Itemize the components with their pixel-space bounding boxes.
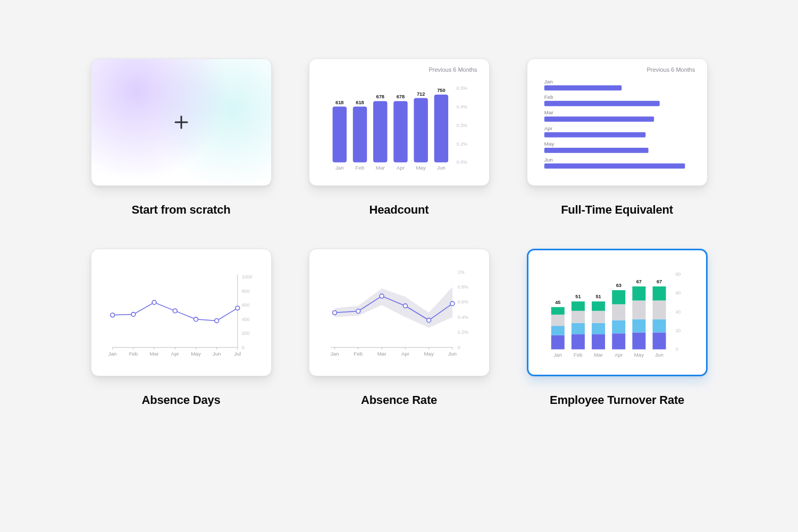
svg-text:80: 80 [675, 272, 681, 277]
tile-turnover: 020406080 45Jan51Feb51Mar63Apr67May67Jun… [527, 249, 708, 407]
svg-point-61 [194, 317, 198, 322]
card-employee-turnover[interactable]: 020406080 45Jan51Feb51Mar63Apr67May67Jun [527, 249, 708, 376]
svg-text:67: 67 [656, 279, 661, 284]
svg-point-63 [235, 306, 239, 310]
svg-point-59 [152, 300, 156, 305]
svg-rect-121 [632, 286, 645, 301]
svg-text:0: 0 [675, 347, 678, 352]
tile-absence-days: 02004006008001000 JanFebMarAprMayJunJul … [91, 249, 272, 407]
svg-text:60: 60 [675, 290, 681, 295]
svg-point-88 [450, 301, 455, 306]
card-absence-days[interactable]: 02004006008001000 JanFebMarAprMayJunJul [91, 249, 272, 376]
svg-text:Mar: Mar [544, 109, 553, 115]
svg-text:Mar: Mar [594, 352, 603, 358]
tile-title: Start from scratch [132, 203, 231, 217]
svg-point-60 [173, 309, 177, 313]
fte-chart: JanFebMarAprMayJun [539, 69, 695, 178]
svg-text:May: May [424, 351, 434, 357]
svg-text:May: May [191, 351, 201, 357]
svg-rect-125 [652, 319, 666, 333]
tile-title: Headcount [369, 203, 429, 217]
card-fte[interactable]: Previous 6 Months JanFebMarAprMayJun [527, 58, 708, 186]
svg-text:Feb: Feb [354, 351, 363, 357]
card-start-from-scratch[interactable] [91, 58, 272, 186]
svg-text:712: 712 [416, 91, 425, 97]
svg-text:May: May [416, 165, 426, 171]
tile-fte: Previous 6 Months JanFebMarAprMayJun Ful… [527, 58, 708, 217]
svg-text:Jan: Jan [330, 351, 339, 357]
svg-text:Apr: Apr [615, 352, 623, 358]
svg-point-84 [356, 309, 360, 314]
svg-rect-6 [373, 101, 387, 162]
svg-text:0.2%: 0.2% [456, 141, 467, 147]
svg-rect-114 [612, 304, 625, 320]
plus-icon [173, 114, 189, 130]
svg-text:0.2%: 0.2% [457, 330, 468, 335]
svg-rect-30 [544, 132, 645, 138]
card-headcount[interactable]: Previous 6 Months 618Jan618Feb678Mar678A… [309, 58, 490, 186]
svg-point-58 [131, 313, 135, 317]
svg-text:51: 51 [595, 294, 601, 299]
turnover-chart: 020406080 45Jan51Feb51Mar63Apr67May67Jun [540, 260, 694, 367]
svg-text:Jun: Jun [655, 352, 663, 358]
svg-text:Jul: Jul [234, 351, 241, 357]
svg-point-62 [214, 319, 219, 323]
svg-rect-94 [551, 335, 564, 350]
tile-scratch: Start from scratch [91, 58, 272, 217]
svg-rect-102 [571, 311, 584, 323]
tile-title: Absence Rate [361, 393, 437, 407]
svg-text:678: 678 [396, 94, 405, 99]
svg-text:1%: 1% [457, 269, 464, 275]
svg-rect-15 [434, 95, 448, 162]
card-subtitle: Previous 6 Months [429, 66, 477, 73]
svg-text:Feb: Feb [355, 165, 364, 171]
absence-rate-chart: 00.2%0.4%0.6%0.8%1% JanFebMarAprMayJun [321, 259, 477, 368]
svg-rect-32 [544, 148, 648, 153]
svg-text:400: 400 [241, 317, 249, 322]
svg-rect-28 [544, 116, 653, 122]
svg-text:Mar: Mar [149, 351, 159, 357]
svg-text:200: 200 [241, 331, 249, 336]
svg-text:Apr: Apr [401, 351, 409, 357]
svg-text:Jun: Jun [212, 351, 221, 357]
svg-rect-109 [592, 301, 605, 311]
svg-rect-96 [551, 315, 564, 326]
svg-point-83 [332, 310, 337, 315]
absence-days-chart: 02004006008001000 JanFebMarAprMayJunJul [103, 259, 259, 368]
svg-text:May: May [634, 352, 643, 358]
svg-text:750: 750 [437, 88, 446, 93]
tile-headcount: Previous 6 Months 618Jan618Feb678Mar678A… [309, 58, 490, 217]
svg-rect-0 [332, 107, 346, 163]
svg-text:Feb: Feb [574, 352, 583, 358]
template-gallery: Start from scratch Previous 6 Months 618… [0, 0, 798, 532]
svg-text:Feb: Feb [129, 351, 138, 357]
svg-rect-118 [632, 333, 645, 350]
svg-text:Jun: Jun [544, 157, 552, 163]
svg-rect-95 [551, 326, 564, 335]
svg-rect-127 [652, 286, 666, 301]
svg-point-57 [110, 313, 114, 317]
svg-rect-106 [592, 334, 605, 349]
svg-rect-12 [414, 98, 427, 163]
svg-rect-24 [544, 85, 621, 90]
svg-text:Apr: Apr [171, 351, 179, 357]
svg-point-85 [380, 294, 384, 298]
svg-rect-97 [551, 307, 564, 315]
svg-text:0: 0 [241, 345, 244, 350]
card-subtitle: Previous 6 Months [646, 66, 695, 73]
card-absence-rate[interactable]: 00.2%0.4%0.6%0.8%1% JanFebMarAprMayJun [309, 249, 490, 376]
svg-text:Jun: Jun [448, 351, 457, 357]
svg-text:May: May [544, 141, 554, 147]
svg-text:63: 63 [616, 283, 621, 288]
svg-rect-101 [571, 323, 584, 334]
svg-text:0.4%: 0.4% [457, 315, 468, 320]
svg-text:600: 600 [241, 302, 249, 308]
svg-text:Jan: Jan [108, 351, 116, 357]
svg-text:618: 618 [335, 100, 344, 105]
svg-text:1000: 1000 [241, 274, 252, 280]
svg-text:Jun: Jun [436, 165, 445, 171]
headcount-chart: 618Jan618Feb678Mar678Apr712May750Jun 0.0… [321, 69, 477, 178]
svg-rect-126 [652, 300, 666, 319]
svg-text:800: 800 [241, 289, 249, 294]
tile-absence-rate: 00.2%0.4%0.6%0.8%1% JanFebMarAprMayJun A… [309, 249, 490, 407]
